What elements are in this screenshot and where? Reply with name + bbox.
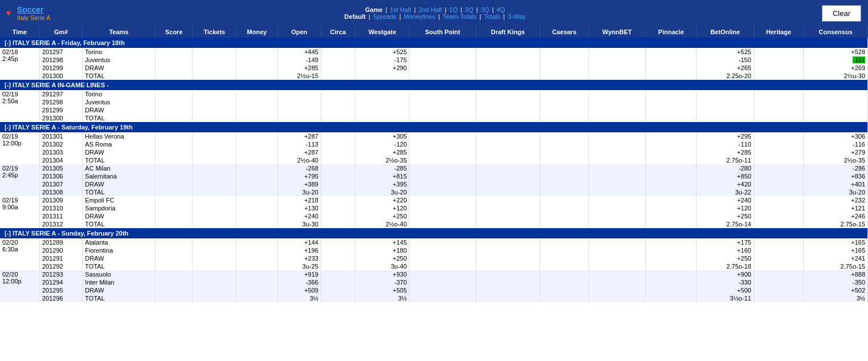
consensus-cell: +279 (804, 148, 868, 156)
wynnbet-cell (588, 180, 645, 188)
link-4q[interactable]: 4Q (497, 6, 505, 13)
pinnacle-cell (645, 180, 696, 188)
wynnbet-cell (588, 246, 645, 254)
caesars-cell (540, 106, 588, 114)
open-cell (277, 106, 321, 114)
consensus-cell: -286 (804, 164, 868, 172)
consensus-cell (804, 114, 868, 122)
circa-cell (321, 132, 355, 140)
money-cell (236, 164, 277, 172)
link-totals[interactable]: Totals (484, 13, 501, 20)
pinnacle-cell (645, 238, 696, 246)
open-cell: 3½ (277, 294, 321, 302)
tickets-cell (193, 294, 236, 302)
money-cell (236, 172, 277, 180)
score-cell (155, 132, 193, 140)
score-cell (155, 72, 193, 80)
tickets-cell (193, 196, 236, 204)
betonline-cell: +240 (697, 196, 754, 204)
link-3way[interactable]: 3-Way (507, 13, 525, 20)
westgate-cell: 3u-40 (355, 262, 410, 270)
link-moneylines[interactable]: Moneylines (404, 13, 436, 20)
wynnbet-cell (588, 270, 645, 278)
top-bar-center: Game | 1st Half | 2nd Half | 1Q | 2Q | 3… (55, 0, 815, 26)
link-2q[interactable]: 2Q (465, 6, 473, 13)
caesars-cell (540, 196, 588, 204)
betonline-cell: +120 (697, 204, 754, 212)
money-cell (236, 188, 277, 196)
open-cell (277, 90, 321, 98)
draftkings-cell (476, 64, 540, 72)
westgate-cell (355, 106, 410, 114)
link-spreads[interactable]: Spreads (373, 13, 396, 20)
clear-button[interactable]: Clear (822, 5, 861, 22)
consensus-cell: 2.75o-15 (804, 262, 868, 270)
score-cell (155, 246, 193, 254)
southpoint-cell (410, 132, 476, 140)
team-name: Torino (83, 90, 155, 98)
westgate-cell: +395 (355, 180, 410, 188)
southpoint-cell (410, 72, 476, 80)
wynnbet-cell (588, 196, 645, 204)
consensus-cell (804, 98, 868, 106)
table-row: 201311DRAW+240+250+250+246 (0, 212, 868, 220)
link-2nd-half[interactable]: 2nd Half (419, 6, 442, 13)
circa-cell (321, 90, 355, 98)
westgate-cell (355, 114, 410, 122)
westgate-cell: +145 (355, 238, 410, 246)
team-name: AC Milan (83, 164, 155, 172)
open-cell (277, 98, 321, 106)
score-cell (155, 48, 193, 56)
table-row: 201291DRAW+233+250+250+241 (0, 254, 868, 262)
open-cell: +389 (277, 180, 321, 188)
link-3q[interactable]: 3Q (481, 6, 489, 13)
col-circa: Circa (321, 26, 355, 38)
betonline-cell: -110 (697, 140, 754, 148)
southpoint-cell (410, 148, 476, 156)
draftkings-cell (476, 204, 540, 212)
southpoint-cell (410, 188, 476, 196)
westgate-cell (355, 72, 410, 80)
westgate-cell: +120 (355, 204, 410, 212)
team-name: Juventus (83, 98, 155, 106)
game-number: 201299 (39, 64, 82, 72)
game-number: 201309 (39, 196, 82, 204)
heritage-cell (754, 204, 803, 212)
pinnacle-cell (645, 246, 696, 254)
southpoint-cell (410, 204, 476, 212)
table-row: 201290Fiorentina+196+180+160+165 (0, 246, 868, 254)
pinnacle-cell (645, 278, 696, 286)
consensus-cell: +306 (804, 132, 868, 140)
team-name: DRAW (83, 254, 155, 262)
heritage-cell (754, 114, 803, 122)
caesars-cell (540, 220, 588, 228)
westgate-cell: -120 (355, 140, 410, 148)
draftkings-cell (476, 132, 540, 140)
circa-cell (321, 196, 355, 204)
tickets-cell (193, 164, 236, 172)
heritage-cell (754, 156, 803, 164)
team-name: DRAW (83, 106, 155, 114)
link-1st-half[interactable]: 1st Half (390, 6, 411, 13)
circa-cell (321, 286, 355, 294)
col-wynnbet: WynnBET (588, 26, 645, 38)
col-teams: Teams (83, 26, 155, 38)
score-cell (155, 212, 193, 220)
table-row: 201296TOTAL3½3½3½o-113½ (0, 294, 868, 302)
col-open: Open (277, 26, 321, 38)
col-betonline: BetOnline (697, 26, 754, 38)
tickets-cell (193, 262, 236, 270)
heritage-cell (754, 246, 803, 254)
link-team-totals[interactable]: Team-Totals (443, 13, 476, 20)
consensus-cell: -116 (804, 140, 868, 148)
money-cell (236, 246, 277, 254)
betonline-cell (697, 90, 754, 98)
game-number: 291298 (39, 98, 82, 106)
pinnacle-cell (645, 270, 696, 278)
game-number: 201301 (39, 132, 82, 140)
heritage-cell (754, 56, 803, 64)
southpoint-cell (410, 56, 476, 64)
sport-title[interactable]: Soccer (17, 5, 51, 14)
game-time: 02/1912:00p (0, 132, 39, 164)
link-1q[interactable]: 1Q (449, 6, 458, 13)
